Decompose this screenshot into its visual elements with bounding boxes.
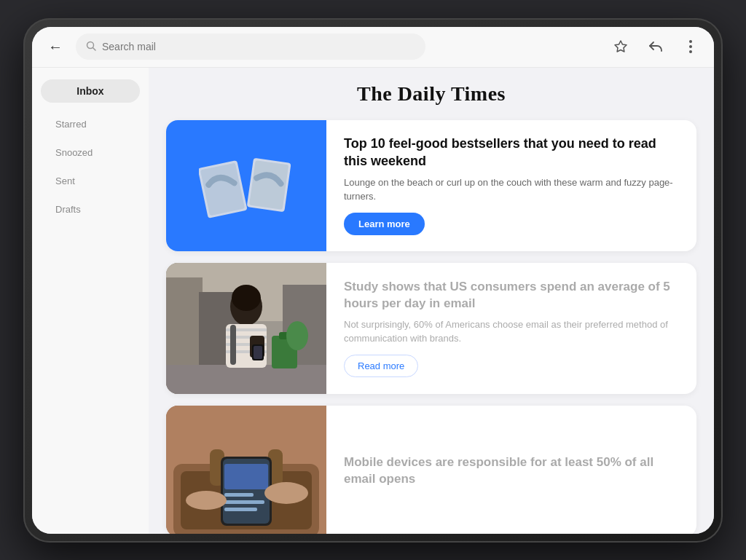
- back-arrow-icon: [48, 39, 63, 55]
- top-right-icons: [609, 35, 702, 58]
- article-1-image: [166, 120, 326, 251]
- tablet-frame: Inbox Starred Snoozed Sent Drafts The Da…: [23, 18, 723, 543]
- back-button[interactable]: [44, 35, 67, 58]
- svg-rect-38: [224, 500, 264, 504]
- svg-rect-14: [166, 365, 326, 394]
- email-content-area: The Daily Times: [149, 68, 714, 534]
- article-3-title: Mobile devices are responsible for at le…: [344, 454, 679, 486]
- article-1-body: Top 10 feel-good bestsellers that you ne…: [326, 120, 696, 251]
- article-card-3: Mobile devices are responsible for at le…: [166, 406, 696, 534]
- article-card-1: Top 10 feel-good bestsellers that you ne…: [166, 120, 696, 251]
- svg-rect-24: [254, 346, 262, 359]
- search-bar[interactable]: [76, 33, 425, 60]
- reply-button[interactable]: [644, 35, 667, 58]
- svg-point-41: [186, 491, 227, 510]
- article-2-body: Study shows that US consumers spend an a…: [326, 263, 696, 394]
- top-bar: [32, 27, 714, 68]
- svg-point-40: [264, 482, 308, 504]
- svg-point-16: [232, 285, 261, 311]
- sidebar-item-starred[interactable]: Starred: [41, 111, 140, 137]
- svg-line-1: [93, 47, 96, 50]
- svg-point-3: [689, 45, 692, 48]
- star-button[interactable]: [609, 35, 632, 58]
- search-icon: [86, 41, 96, 53]
- article-2-title: Study shows that US consumers spend an a…: [344, 279, 679, 311]
- article-card-2: Study shows that US consumers spend an a…: [166, 263, 696, 394]
- svg-rect-36: [224, 464, 268, 489]
- inbox-button[interactable]: Inbox: [41, 79, 140, 103]
- article-3-image: [166, 406, 326, 534]
- svg-point-4: [689, 50, 692, 53]
- sidebar-item-sent[interactable]: Sent: [41, 168, 140, 194]
- publication-title: The Daily Times: [166, 82, 696, 106]
- svg-point-2: [689, 40, 692, 43]
- sidebar-item-snoozed[interactable]: Snoozed: [41, 140, 140, 165]
- sidebar: Inbox Starred Snoozed Sent Drafts: [32, 68, 149, 534]
- search-input[interactable]: [102, 41, 415, 52]
- article-1-desc: Lounge on the beach or curl up on the co…: [344, 176, 679, 204]
- tablet-screen: Inbox Starred Snoozed Sent Drafts The Da…: [32, 27, 714, 534]
- svg-rect-25: [230, 325, 236, 365]
- main-content: Inbox Starred Snoozed Sent Drafts The Da…: [32, 68, 714, 534]
- article-3-body: Mobile devices are responsible for at le…: [326, 406, 696, 534]
- article-2-image: [166, 263, 326, 394]
- svg-point-28: [286, 321, 308, 350]
- article-1-cta-button[interactable]: Learn more: [344, 213, 425, 235]
- article-1-title: Top 10 feel-good bestsellers that you ne…: [344, 135, 679, 170]
- sidebar-item-drafts[interactable]: Drafts: [41, 197, 140, 222]
- article-2-cta-button[interactable]: Read more: [344, 355, 418, 377]
- more-options-button[interactable]: [679, 35, 702, 58]
- svg-rect-39: [224, 508, 257, 511]
- article-2-desc: Not surprisingly, 60% of Americans choos…: [344, 318, 679, 346]
- svg-rect-37: [224, 493, 254, 497]
